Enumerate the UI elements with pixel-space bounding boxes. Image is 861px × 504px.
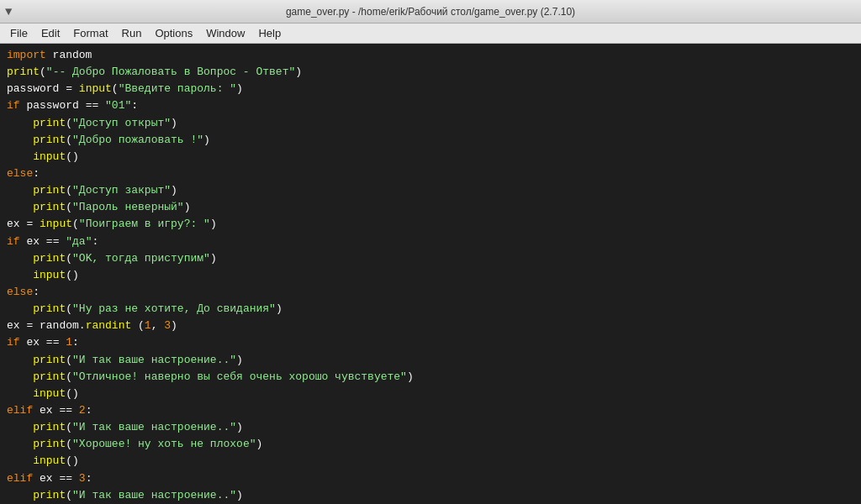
menu-options[interactable]: Options [148, 25, 199, 41]
code-line: if password == "01": [7, 97, 854, 114]
menu-bar: File Edit Format Run Options Window Help [0, 24, 861, 44]
code-line: print("Ну раз не хотите, До свидания") [7, 301, 854, 318]
code-line: print("И так ваше настроение..") [7, 487, 854, 504]
code-line: print("-- Добро Пожаловать в Вопрос - От… [7, 64, 854, 81]
code-line: print("И так ваше настроение..") [7, 352, 854, 369]
window-title: game_over.py - /home/erik/Рабочий стол/g… [286, 6, 575, 18]
code-line: input() [7, 267, 854, 284]
code-line: input() [7, 149, 854, 165]
code-line: print("Хорошее! ну хоть не плохое") [7, 436, 854, 453]
code-line: ex = random.randint (1, 3) [7, 318, 854, 334]
menu-run[interactable]: Run [115, 25, 149, 41]
code-line: password = input("Введите пароль: ") [7, 81, 854, 97]
code-line: print("Отличное! наверно вы себя очень х… [7, 369, 854, 386]
code-line: ex = input("Поиграем в игру?: ") [7, 216, 854, 233]
code-line: else: [7, 165, 854, 182]
code-line: input() [7, 453, 854, 470]
code-line: elif ex == 3: [7, 470, 854, 487]
code-line: print("OK, тогда приступим") [7, 250, 854, 267]
code-line: else: [7, 284, 854, 301]
title-bar: ▼ game_over.py - /home/erik/Рабочий стол… [0, 0, 861, 24]
code-line: elif ex == 2: [7, 402, 854, 419]
code-line: print("И так ваше настроение..") [7, 419, 854, 436]
code-line: print("Доступ закрыт") [7, 182, 854, 199]
code-line: print("Доступ открыт") [7, 115, 854, 132]
code-line: if ex == "да": [7, 234, 854, 250]
menu-window[interactable]: Window [199, 25, 251, 41]
code-line: input() [7, 386, 854, 402]
code-line: print("Пароль неверный") [7, 199, 854, 216]
code-editor[interactable]: import random print("-- Добро Пожаловать… [0, 44, 861, 504]
code-line: print("Добро пожаловать !") [7, 132, 854, 149]
code-line: if ex == 1: [7, 334, 854, 351]
window-icon: ▼ [5, 5, 12, 18]
code-line: import random [7, 47, 854, 64]
menu-format[interactable]: Format [66, 25, 114, 41]
menu-file[interactable]: File [3, 25, 34, 41]
menu-edit[interactable]: Edit [34, 25, 66, 41]
menu-help[interactable]: Help [251, 25, 288, 41]
